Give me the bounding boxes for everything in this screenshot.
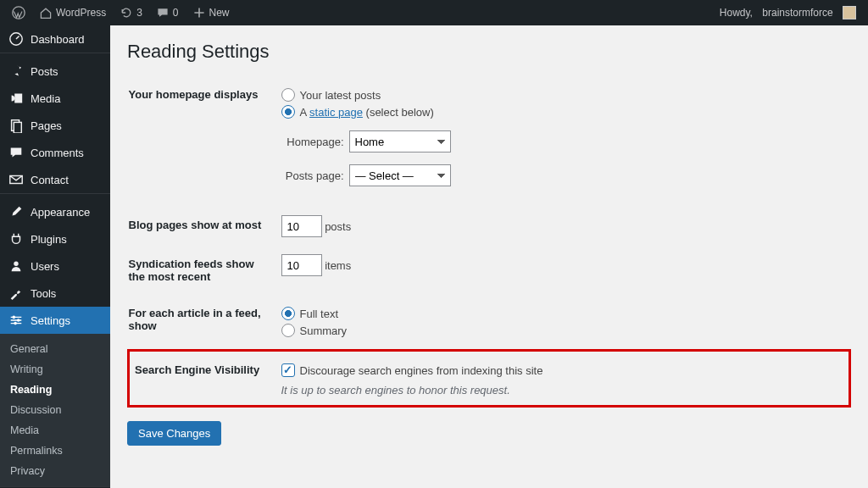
new-label: New: [209, 7, 230, 19]
sidebar-item-label: Pages: [31, 119, 62, 132]
new-content-menu[interactable]: New: [186, 0, 236, 25]
brush-icon: [8, 204, 24, 219]
sidebar-item-label: Settings: [31, 314, 70, 327]
save-changes-button[interactable]: Save Changes: [127, 421, 221, 446]
submenu-item-privacy[interactable]: Privacy: [0, 461, 110, 481]
svg-point-6: [13, 316, 16, 319]
field-label-feed-article: For each article in a feed, show: [129, 295, 273, 351]
blog-pages-suffix: posts: [325, 220, 351, 233]
sidebar-item-label: Posts: [31, 65, 58, 78]
submenu-item-media[interactable]: Media: [0, 420, 110, 441]
site-name: WordPress: [56, 7, 106, 19]
search-engine-visibility-row: Search Engine Visibility Discourage sear…: [129, 351, 850, 407]
admin-toolbar: WordPress 3 0 New Howdy, brainstormforce: [0, 0, 868, 25]
wp-logo-menu[interactable]: [5, 0, 32, 25]
radio-label-latest-posts: Your latest posts: [300, 89, 381, 102]
avatar: [843, 6, 856, 19]
svg-point-8: [14, 322, 17, 325]
settings-submenu: General Writing Reading Discussion Media…: [0, 334, 110, 486]
sidebar-item-label: Dashboard: [31, 33, 85, 46]
dashboard-icon: [8, 31, 24, 47]
refresh-icon: [120, 6, 133, 19]
sidebar-item-label: Appearance: [31, 206, 90, 219]
updates-menu[interactable]: 3: [113, 0, 149, 25]
username: brainstormforce: [762, 7, 832, 19]
menu-separator: [0, 53, 110, 53]
sidebar-item-label: Users: [31, 260, 59, 273]
comments-menu[interactable]: 0: [149, 0, 186, 25]
plug-icon: [8, 231, 24, 247]
svg-rect-3: [14, 122, 21, 133]
field-label-blog-pages: Blog pages show at most: [129, 207, 273, 246]
radio-label-static-page: A static page (select below): [300, 106, 434, 119]
sidebar-item-tools[interactable]: Tools: [0, 280, 110, 307]
radio-static-page[interactable]: [281, 105, 295, 119]
submenu-item-reading[interactable]: Reading: [0, 380, 110, 400]
sidebar-item-label: Tools: [31, 287, 56, 300]
main-content: Reading Settings Your homepage displays …: [110, 25, 868, 488]
postspage-select-label: Posts page:: [281, 169, 344, 182]
pages-icon: [8, 118, 24, 133]
submenu-item-writing[interactable]: Writing: [0, 359, 110, 380]
page-title: Reading Settings: [127, 34, 851, 76]
checkbox-label-discourage-indexing: Discourage search engines from indexing …: [300, 364, 543, 377]
comments-count: 0: [173, 7, 179, 19]
checkbox-discourage-indexing[interactable]: [281, 363, 295, 377]
sidebar-item-pages[interactable]: Pages: [0, 112, 110, 139]
sidebar-item-comments[interactable]: Comments: [0, 139, 110, 166]
submenu-item-permalinks[interactable]: Permalinks: [0, 441, 110, 461]
postspage-select[interactable]: — Select —: [349, 164, 451, 186]
admin-sidebar: Dashboard Posts Media Pages Comments Con…: [0, 25, 110, 488]
static-page-link[interactable]: static page: [309, 106, 363, 119]
search-visibility-note: It is up to search engines to honor this…: [281, 384, 841, 396]
radio-summary[interactable]: [281, 324, 295, 337]
radio-label-summary: Summary: [300, 324, 348, 337]
field-label-syndication: Syndication feeds show the most recent: [129, 246, 273, 295]
sidebar-item-label: Plugins: [31, 233, 67, 246]
home-icon: [39, 6, 53, 19]
wordpress-icon: [12, 6, 25, 19]
sidebar-item-label: Comments: [31, 147, 84, 159]
pin-icon: [8, 64, 24, 79]
blog-pages-input[interactable]: [281, 215, 322, 237]
svg-point-5: [14, 262, 18, 266]
submenu-item-general[interactable]: General: [0, 339, 110, 359]
mail-icon: [8, 172, 24, 187]
plus-icon: [192, 6, 206, 19]
sliders-icon: [8, 313, 24, 328]
submenu-item-discussion[interactable]: Discussion: [0, 400, 110, 420]
settings-form: Your homepage displays Your latest posts…: [127, 76, 851, 408]
sidebar-item-media[interactable]: Media: [0, 85, 110, 112]
comments-icon: [8, 145, 24, 160]
homepage-select-label: Homepage:: [281, 136, 344, 148]
comment-icon: [156, 6, 170, 19]
sidebar-item-label: Media: [31, 92, 60, 105]
syndication-input[interactable]: [281, 254, 322, 276]
wrench-icon: [8, 286, 24, 301]
sidebar-item-appearance[interactable]: Appearance: [0, 198, 110, 225]
account-menu[interactable]: Howdy, brainstormforce: [713, 0, 863, 25]
sidebar-item-settings[interactable]: Settings: [0, 307, 110, 334]
homepage-select[interactable]: Home: [349, 130, 451, 152]
sidebar-item-dashboard[interactable]: Dashboard: [0, 25, 110, 53]
radio-latest-posts[interactable]: [281, 88, 295, 102]
menu-separator: [0, 193, 110, 194]
sidebar-item-label: Contact: [31, 174, 69, 186]
updates-count: 3: [136, 7, 142, 19]
sidebar-item-users[interactable]: Users: [0, 252, 110, 280]
radio-label-full-text: Full text: [300, 308, 339, 320]
svg-point-7: [17, 319, 20, 322]
sidebar-item-contact[interactable]: Contact: [0, 166, 110, 193]
syndication-suffix: items: [325, 259, 351, 272]
radio-full-text[interactable]: [281, 307, 295, 320]
field-label-search-visibility: Search Engine Visibility: [129, 351, 273, 407]
site-name-menu[interactable]: WordPress: [32, 0, 113, 25]
media-icon: [8, 91, 24, 106]
howdy-prefix: Howdy,: [720, 7, 753, 19]
sidebar-item-posts[interactable]: Posts: [0, 58, 110, 85]
sidebar-item-plugins[interactable]: Plugins: [0, 225, 110, 252]
user-icon: [8, 258, 24, 274]
field-label-homepage-displays: Your homepage displays: [129, 76, 273, 207]
